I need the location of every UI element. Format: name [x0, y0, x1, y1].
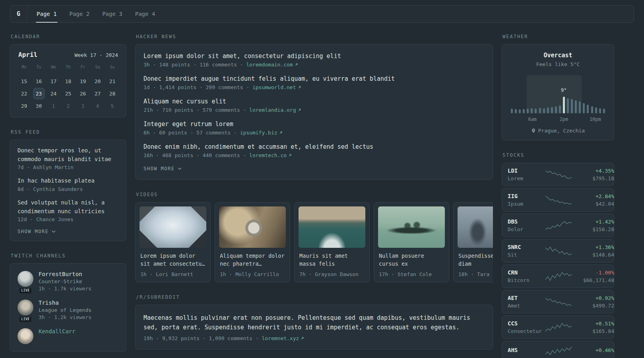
external-link-icon [294, 62, 299, 67]
hn-story-title[interactable]: Aliquam nec cursus elit [144, 98, 485, 105]
stock-row[interactable]: AHS +0.46% [502, 341, 614, 358]
calendar-day: 17 [48, 76, 59, 87]
nav-tab[interactable]: Page 1 [36, 6, 58, 22]
section-title-weather: Weather [502, 34, 614, 39]
video-title[interactable]: Mauris sit amet massa felis [299, 252, 365, 268]
stock-row[interactable]: CCS Consectetur +0.51% $165.84 [502, 315, 614, 339]
weather-hour-bar [599, 108, 601, 113]
stock-row[interactable]: DBS Dolor +1.42% $156.28 [502, 214, 614, 237]
video-title[interactable]: Lorem ipsum dolor sit amet consectetu… [140, 252, 206, 268]
twitch-channel-name: ForrestBurton [39, 271, 91, 277]
rss-item-title[interactable]: In hac habitasse platea [17, 177, 119, 185]
video-card[interactable]: Mauris sit amet massa felis 7h · Grayson… [294, 202, 370, 282]
video-card[interactable]: Nullam posuere cursus ex 17h · Stefan Co… [374, 202, 449, 282]
hn-story: Donec enim nibh, condimentum et accumsan… [144, 143, 485, 158]
calendar-day: 27 [92, 88, 103, 99]
hn-story-domain-link[interactable]: loremlandia.org [249, 107, 301, 113]
video-card[interactable]: Suspendisse volutpat diam 18h · Tara [453, 202, 493, 282]
calendar-day: 15 [19, 76, 30, 87]
twitch-avatar-wrap: LIVE [17, 300, 33, 320]
calendar-day: 3 [78, 100, 89, 111]
rss-item-title[interactable]: Sed volutpat nulla nisl, a condimentum n… [17, 198, 119, 216]
weather-hour-bar [555, 106, 557, 113]
hn-story-domain-link[interactable]: loremtech.co [249, 152, 292, 158]
stock-values: +0.46% [574, 347, 614, 355]
twitch-channel-row[interactable]: KendallCarr [17, 328, 119, 344]
twitch-channel-info: KendallCarr [39, 328, 76, 344]
video-card[interactable]: Aliquam tempor dolor nec pharetra… 1h · … [215, 202, 290, 282]
nav-tab[interactable]: Page 2 [69, 6, 91, 22]
weather-widget: Overcast Feels like 5°C 9° 6am2pm10pm Pr… [502, 44, 614, 140]
video-title[interactable]: Nullam posuere cursus ex [379, 252, 444, 268]
weather-hour-label: 2pm [559, 117, 568, 122]
stock-name: Dolor [508, 226, 543, 232]
twitch-channel-game: League of Legends [39, 307, 91, 313]
stock-change: +1.42% [574, 219, 614, 225]
video-title[interactable]: Aliquam tempor dolor nec pharetra… [220, 252, 285, 268]
stock-row[interactable]: SNRC Sit +1.36% $148.64 [502, 239, 614, 263]
video-title[interactable]: Suspendisse volutpat diam [458, 252, 493, 268]
hn-story-title[interactable]: Donec enim nibh, condimentum et accumsan… [144, 143, 485, 150]
video-thumbnail[interactable] [219, 206, 286, 248]
stock-name: Amet [508, 303, 543, 309]
calendar-widget: April Week 17 · 2024 MoTuWeThFrSaSu 1516… [10, 44, 126, 117]
video-thumbnail[interactable] [299, 206, 365, 248]
twitch-channel-row[interactable]: LIVE ForrestBurton Counter-Strike 1h · 1… [17, 271, 119, 292]
external-link-icon [297, 85, 302, 90]
section-title-stocks: Stocks [502, 152, 614, 158]
hn-story-domain-link[interactable]: ipsumify.biz [240, 130, 283, 136]
hn-story-title[interactable]: Integer eget rutrum lorem [144, 121, 485, 128]
twitch-section: Twitch Channels LIVE ForrestBurton Count… [10, 253, 126, 352]
reddit-post-title[interactable]: Maecenas mollis pulvinar erat non posuer… [144, 313, 485, 332]
calendar-header: April Week 17 · 2024 [17, 51, 120, 58]
hn-story-title[interactable]: Donec imperdiet augue tincidunt felis al… [144, 75, 485, 82]
stock-name: Lorem [508, 175, 543, 181]
hn-story-domain-link[interactable]: ipsumworld.net [252, 84, 302, 90]
subreddit-widget: Maecenas mollis pulvinar erat non posuer… [135, 305, 493, 350]
weather-hour-bar [543, 108, 545, 113]
twitch-channel-row[interactable]: LIVE Trisha League of Legends 3h · 1.2k … [17, 300, 119, 320]
stock-symbol: AET [508, 295, 543, 301]
stock-row[interactable]: CRN Bitcorn -1.00% $66,171.48 [502, 265, 614, 288]
hn-story-domain: loremdomain.com [246, 62, 293, 68]
calendar-day: 22 [19, 88, 30, 99]
rss-item-title[interactable]: Donec tempor eros leo, ut commodo mauris… [17, 146, 119, 163]
video-card[interactable]: Lorem ipsum dolor sit amet consectetu… 1… [135, 202, 211, 282]
stocks-section: Stocks LDI Lorem +4.35% $795.18 IIG Ipsu… [502, 152, 614, 358]
hn-story-stats: 6h · 60 points · 57 comments · [144, 130, 240, 136]
nav-tab[interactable]: Page 4 [134, 6, 156, 22]
hn-story-list: Lorem ipsum dolor sit amet, consectetur … [144, 53, 485, 158]
stock-row[interactable]: LDI Lorem +4.35% $795.18 [502, 163, 614, 186]
stock-row[interactable]: IIG Ipsum +2.84% $42.04 [502, 188, 614, 212]
stock-row[interactable]: AET Amet +0.92% $499.72 [502, 290, 614, 313]
stock-values: +0.51% $165.84 [574, 321, 614, 334]
hn-story-meta: 21h · 710 points · 579 comments · loreml… [144, 107, 485, 113]
weather-hour-bar [527, 109, 529, 113]
calendar-weekday-label: Th [61, 63, 76, 71]
rss-show-more-button[interactable]: SHOW MORE [17, 229, 56, 234]
stock-name: Sit [508, 252, 543, 258]
external-link-icon [279, 130, 283, 135]
nav-tab-label: Page 3 [102, 11, 122, 17]
stock-change: +0.51% [574, 321, 614, 327]
hn-show-more-button[interactable]: SHOW MORE [144, 166, 182, 171]
calendar-section: Calendar April Week 17 · 2024 MoTuWeThFr… [10, 34, 126, 117]
hn-story-domain-link[interactable]: loremdomain.com [246, 62, 298, 68]
stock-symbol: IIG [508, 193, 543, 199]
hn-story-domain: ipsumworld.net [252, 84, 296, 90]
video-thumbnail[interactable] [140, 206, 206, 248]
stock-values: +2.84% $42.04 [574, 193, 614, 207]
video-thumbnail[interactable] [378, 206, 445, 248]
video-thumbnail[interactable] [458, 206, 493, 248]
app-logo[interactable]: G [17, 6, 27, 22]
video-meta: 1h · Molly Carrillo [220, 271, 285, 277]
hn-story-title[interactable]: Lorem ipsum dolor sit amet, consectetur … [144, 53, 485, 60]
reddit-post-domain-link[interactable]: loremnet.xyz [262, 335, 305, 341]
rss-feed-item: Donec tempor eros leo, ut commodo mauris… [17, 146, 119, 170]
calendar-day: 18 [63, 76, 74, 87]
weather-condition: Overcast [508, 52, 607, 59]
calendar-day: 16 [33, 76, 45, 87]
stock-symbol: SNRC [508, 244, 543, 250]
nav-tab[interactable]: Page 3 [101, 6, 123, 22]
weather-hour-bar [579, 101, 581, 113]
